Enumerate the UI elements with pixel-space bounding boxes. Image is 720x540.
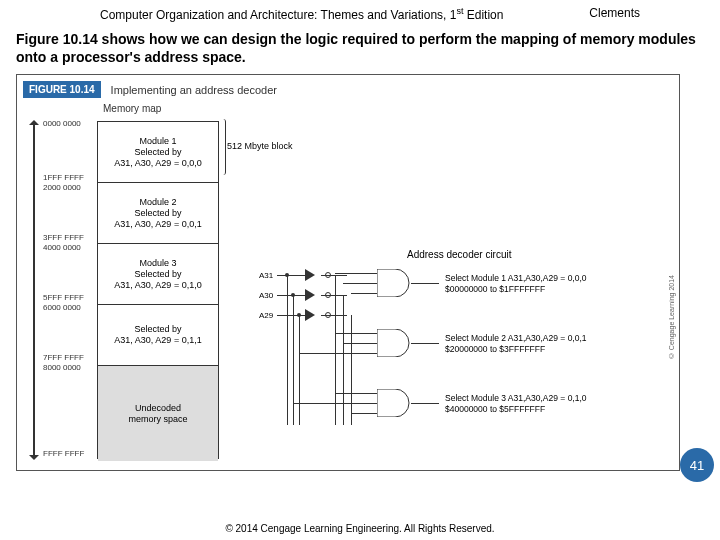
side-copyright: © Cengage Learning 2014 bbox=[668, 275, 675, 359]
addr-label: 5FFF FFFF bbox=[43, 293, 84, 302]
signal-label: A29 bbox=[259, 311, 273, 320]
wire bbox=[411, 283, 439, 284]
wire bbox=[335, 273, 377, 274]
wire bbox=[351, 293, 377, 294]
undecoded-label: Undecoded memory space bbox=[128, 403, 187, 426]
block-size-text: 512 Mbyte block bbox=[227, 141, 293, 151]
decoder-label: Address decoder circuit bbox=[407, 249, 512, 260]
signal-label: A31 bbox=[259, 271, 273, 280]
wire bbox=[343, 295, 344, 425]
module-sel-prefix: Selected by bbox=[134, 147, 181, 158]
decoder-circuit: A31 A30 A29 bbox=[277, 265, 657, 445]
wire bbox=[351, 315, 352, 425]
addr-label: 1FFF FFFF bbox=[43, 173, 84, 182]
vertical-arrow-icon bbox=[33, 123, 35, 457]
and-gate-icon bbox=[377, 269, 413, 297]
figure-caption: Figure 10.14 shows how we can design the… bbox=[0, 24, 720, 74]
addr-label: 4000 0000 bbox=[43, 243, 81, 252]
wire bbox=[287, 275, 288, 425]
and-gate-icon bbox=[377, 389, 413, 417]
book-title: Computer Organization and Architecture: … bbox=[100, 6, 503, 22]
addr-label: 8000 0000 bbox=[43, 363, 81, 372]
and-gate-icon bbox=[377, 329, 413, 357]
wire bbox=[277, 275, 305, 276]
wire bbox=[343, 343, 377, 344]
slide-header: Computer Organization and Architecture: … bbox=[0, 0, 720, 24]
module-sel-prefix: Selected by bbox=[134, 269, 181, 280]
addr-label: 7FFF FFFF bbox=[43, 353, 84, 362]
addr-label: 3FFF FFFF bbox=[43, 233, 84, 242]
memory-module: Module 1 Selected by A31, A30, A29 = 0,0… bbox=[98, 122, 218, 183]
module-sel-bits: A31, A30, A29 = 0,1,0 bbox=[114, 280, 201, 291]
wire bbox=[293, 295, 294, 425]
module-name: Module 2 bbox=[139, 197, 176, 208]
inverter-icon bbox=[305, 289, 315, 301]
title-part-b: Edition bbox=[463, 8, 503, 22]
output-line2: $40000000 to $5FFFFFFF bbox=[445, 404, 587, 414]
inverter-icon bbox=[305, 269, 315, 281]
module-sel-bits: A31, A30, A29 = 0,0,0 bbox=[114, 158, 201, 169]
addr-label: FFFF FFFF bbox=[43, 449, 84, 458]
module-sel-prefix: Selected by bbox=[134, 324, 181, 335]
gate-output-label: Select Module 1 A31,A30,A29 = 0,0,0 $000… bbox=[445, 273, 587, 293]
memory-module: Module 3 Selected by A31, A30, A29 = 0,1… bbox=[98, 244, 218, 305]
addr-label: 2000 0000 bbox=[43, 183, 81, 192]
figure-label: FIGURE 10.14 Implementing an address dec… bbox=[23, 81, 277, 98]
module-sel-bits: A31, A30, A29 = 0,0,1 bbox=[114, 219, 201, 230]
author: Clements bbox=[589, 6, 640, 22]
output-line1: Select Module 2 A31,A30,A29 = 0,0,1 bbox=[445, 333, 587, 343]
module-name: Module 1 bbox=[139, 136, 176, 147]
wire bbox=[411, 403, 439, 404]
wire bbox=[293, 403, 377, 404]
block-size-label: 512 Mbyte block bbox=[227, 141, 293, 151]
node-dot-icon bbox=[285, 273, 289, 277]
brace-icon bbox=[219, 119, 226, 175]
title-part-a: Computer Organization and Architecture: … bbox=[100, 8, 456, 22]
node-dot-icon bbox=[291, 293, 295, 297]
wire bbox=[299, 315, 300, 425]
signal-label: A30 bbox=[259, 291, 273, 300]
module-sel-bits: A31, A30, A29 = 0,1,1 bbox=[114, 335, 201, 346]
memory-map-label: Memory map bbox=[103, 103, 161, 114]
gate-output-label: Select Module 2 A31,A30,A29 = 0,0,1 $200… bbox=[445, 333, 587, 353]
addr-label: 0000 0000 bbox=[43, 119, 81, 128]
node-dot-icon bbox=[297, 313, 301, 317]
gate-output-label: Select Module 3 A31,A30,A29 = 0,1,0 $400… bbox=[445, 393, 587, 413]
figure-title: Implementing an address decoder bbox=[111, 84, 277, 96]
output-line1: Select Module 1 A31,A30,A29 = 0,0,0 bbox=[445, 273, 587, 283]
module-sel-prefix: Selected by bbox=[134, 208, 181, 219]
addr-label: 6000 0000 bbox=[43, 303, 81, 312]
wire bbox=[321, 275, 347, 276]
figure-container: FIGURE 10.14 Implementing an address dec… bbox=[16, 74, 680, 471]
wire bbox=[343, 283, 377, 284]
output-line2: $20000000 to $3FFFFFFF bbox=[445, 344, 587, 354]
inverter-icon bbox=[305, 309, 315, 321]
undecoded-region: Undecoded memory space bbox=[98, 366, 218, 461]
wire bbox=[299, 353, 377, 354]
wire bbox=[335, 393, 377, 394]
footer-copyright: © 2014 Cengage Learning Engineering. All… bbox=[0, 523, 720, 534]
memory-module: Selected by A31, A30, A29 = 0,1,1 bbox=[98, 305, 218, 366]
module-name: Module 3 bbox=[139, 258, 176, 269]
output-line2: $00000000 to $1FFFFFFF bbox=[445, 284, 587, 294]
memory-map: Module 1 Selected by A31, A30, A29 = 0,0… bbox=[97, 121, 219, 459]
wire bbox=[411, 343, 439, 344]
figure-badge: FIGURE 10.14 bbox=[23, 81, 101, 98]
wire bbox=[351, 413, 377, 414]
wire bbox=[335, 333, 377, 334]
memory-module: Module 2 Selected by A31, A30, A29 = 0,0… bbox=[98, 183, 218, 244]
page-number-badge: 41 bbox=[680, 448, 714, 482]
output-line1: Select Module 3 A31,A30,A29 = 0,1,0 bbox=[445, 393, 587, 403]
